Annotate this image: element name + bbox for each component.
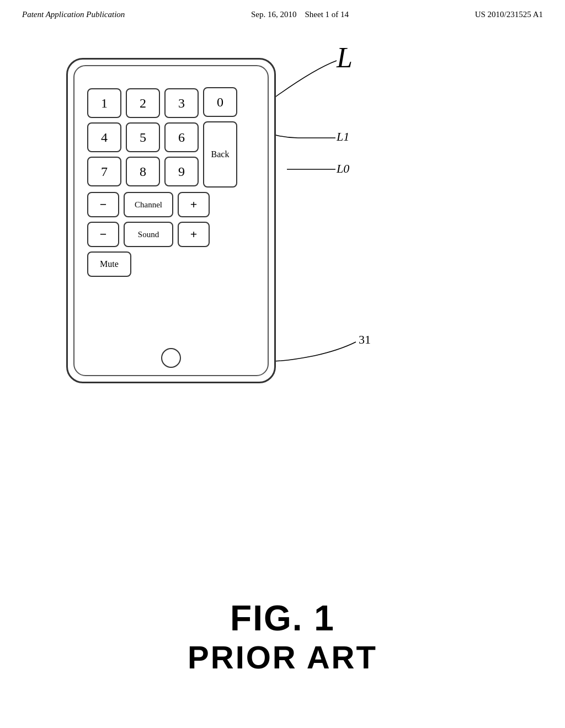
label-L0: L0 — [337, 162, 349, 176]
header-right: US 2010/231525 A1 — [475, 10, 543, 19]
scroll-button[interactable] — [161, 348, 181, 368]
button-1[interactable]: 1 — [87, 88, 121, 118]
label-L: L — [337, 41, 353, 74]
button-3[interactable]: 3 — [164, 88, 199, 118]
row-1-3-with-back: 1 2 3 4 5 6 7 8 — [87, 87, 255, 188]
button-5[interactable]: 5 — [126, 122, 160, 152]
button-9[interactable]: 9 — [164, 157, 199, 186]
sound-row: − Sound + — [87, 222, 255, 247]
zero-back-col: 0 Back — [203, 87, 237, 188]
button-0[interactable]: 0 — [203, 87, 237, 117]
button-2[interactable]: 2 — [126, 88, 160, 118]
num-row-2: 4 5 6 — [87, 122, 199, 152]
button-8[interactable]: 8 — [126, 157, 160, 186]
button-6[interactable]: 6 — [164, 122, 199, 152]
button-channel[interactable]: Channel — [124, 192, 173, 217]
label-31: 31 — [359, 333, 371, 347]
figure-subtitle: PRIOR ART — [188, 639, 377, 676]
header-left: Patent Application Publication — [22, 10, 125, 19]
button-channel-plus[interactable]: + — [178, 192, 210, 217]
channel-row: − Channel + — [87, 192, 255, 217]
button-grid: 1 2 3 4 5 6 7 8 — [82, 76, 260, 282]
num-cols-left: 1 2 3 4 5 6 7 8 — [87, 88, 199, 186]
button-sound[interactable]: Sound — [124, 222, 173, 247]
button-7[interactable]: 7 — [87, 157, 121, 186]
figure-caption: FIG. 1 PRIOR ART — [188, 598, 377, 676]
figure-title: FIG. 1 — [188, 598, 377, 639]
remote-control: 1 2 3 4 5 6 7 8 — [66, 58, 276, 383]
header-center: Sep. 16, 2010 Sheet 1 of 14 — [251, 10, 349, 19]
button-back[interactable]: Back — [203, 121, 237, 188]
device-wrapper: 1 2 3 4 5 6 7 8 — [66, 58, 298, 400]
page-header: Patent Application Publication Sep. 16, … — [0, 0, 565, 25]
page-content: 1 2 3 4 5 6 7 8 — [0, 25, 565, 720]
label-L1: L1 — [337, 130, 349, 144]
num-row-1: 1 2 3 — [87, 88, 199, 118]
button-channel-minus[interactable]: − — [87, 192, 119, 217]
button-sound-plus[interactable]: + — [178, 222, 210, 247]
num-row-3: 7 8 9 — [87, 157, 199, 186]
button-sound-minus[interactable]: − — [87, 222, 119, 247]
mute-row: Mute — [87, 251, 255, 277]
button-mute[interactable]: Mute — [87, 251, 131, 277]
button-4[interactable]: 4 — [87, 122, 121, 152]
